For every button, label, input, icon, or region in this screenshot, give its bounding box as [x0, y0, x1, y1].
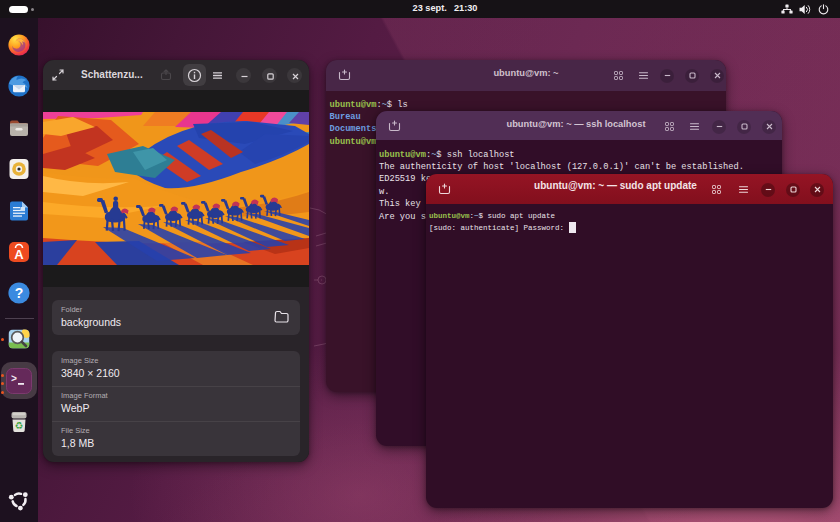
svg-text:>: > [11, 374, 17, 385]
svg-text:?: ? [15, 285, 24, 301]
svg-text:♻: ♻ [15, 420, 24, 431]
svg-text:A: A [14, 247, 24, 262]
